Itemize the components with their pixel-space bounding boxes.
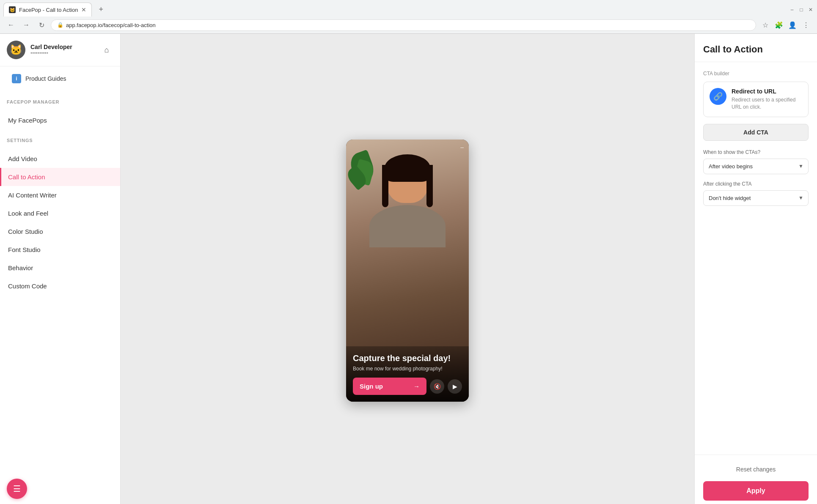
close-window-button[interactable]: ✕: [808, 7, 814, 13]
user-subtitle: ••••••••••: [30, 50, 72, 56]
person-head-area: [386, 156, 429, 203]
font-studio-label: Font Studio: [8, 246, 41, 253]
mute-icon: 🔇: [434, 383, 441, 390]
after-clicking-select[interactable]: Don't hide widget Hide widget Minimize w…: [703, 190, 809, 206]
fab-button[interactable]: ☰: [7, 479, 27, 499]
refresh-button[interactable]: ↻: [36, 19, 47, 31]
behavior-label: Behavior: [8, 264, 33, 271]
when-to-show-select[interactable]: After video begins Immediately After vid…: [703, 159, 809, 174]
when-to-show-label: When to show the CTAs?: [703, 149, 809, 155]
add-video-label: Add Video: [8, 155, 37, 162]
right-panel-footer: Reset changes Apply: [695, 455, 817, 504]
right-panel-body: CTA builder 🔗 Redirect to URL Redirect u…: [695, 62, 817, 455]
widget-subtitle: Book me now for wedding photography!: [353, 366, 462, 372]
when-to-show-group: When to show the CTAs? After video begin…: [703, 149, 809, 174]
info-icon: i: [12, 74, 21, 83]
when-to-show-select-wrapper: After video begins Immediately After vid…: [703, 159, 809, 174]
sidebar-header: 🐱 Carl Developer •••••••••• ⌂: [0, 34, 120, 66]
url-text: app.facepop.io/facecop/call-to-action: [66, 22, 156, 28]
person-shoulders: [369, 205, 446, 247]
ai-content-writer-label: AI Content Writer: [8, 192, 57, 199]
sidebar-item-behavior[interactable]: Behavior: [0, 259, 120, 277]
toolbar-actions: ☆ 🧩 👤 ⋮: [759, 19, 812, 31]
sidebar-item-my-facepops[interactable]: My FacePops: [0, 111, 120, 129]
cta-card-content: Redirect to URL Redirect users to a spec…: [732, 88, 802, 111]
user-name: Carl Developer: [30, 44, 72, 50]
sidebar-item-look-and-feel[interactable]: Look and Feel: [0, 204, 120, 222]
sidebar-section-settings: SETTINGS: [0, 129, 120, 150]
play-icon: ▶: [453, 383, 457, 390]
right-panel-title: Call to Action: [703, 44, 809, 55]
profile-button[interactable]: 👤: [787, 19, 798, 31]
widget-minimize-button[interactable]: –: [460, 144, 464, 151]
browser-toolbar: ← → ↻ 🔒 app.facepop.io/facecop/call-to-a…: [0, 16, 817, 33]
cta-card: 🔗 Redirect to URL Redirect users to a sp…: [703, 82, 809, 117]
app-container: 🐱 Carl Developer •••••••••• ⌂ i Product …: [0, 34, 817, 504]
avatar: 🐱: [7, 41, 25, 59]
plant-decoration: [349, 152, 375, 190]
sidebar-item-ai-content-writer[interactable]: AI Content Writer: [0, 186, 120, 204]
widget-cta-label: Sign up: [360, 383, 383, 390]
after-clicking-label: After clicking the CTA: [703, 181, 809, 187]
main-content: – Capture the special day! Book me now f…: [121, 34, 694, 504]
sidebar-scroll: i Product Guides FACEPOP MANAGER My Face…: [0, 66, 120, 504]
widget-controls: Sign up → 🔇 ▶: [353, 378, 462, 395]
widget-cta-button[interactable]: Sign up →: [353, 378, 426, 395]
sidebar-item-add-video[interactable]: Add Video: [0, 150, 120, 168]
address-bar[interactable]: 🔒 app.facepop.io/facecop/call-to-action: [51, 19, 756, 31]
add-cta-button[interactable]: Add CTA: [703, 124, 809, 141]
browser-chrome: 🐱 FacePop - Call to Action ✕ + – □ ✕ ← →…: [0, 0, 817, 34]
sidebar-item-custom-code[interactable]: Custom Code: [0, 277, 120, 295]
browser-tab[interactable]: 🐱 FacePop - Call to Action ✕: [3, 3, 92, 16]
call-to-action-label: Call to Action: [8, 173, 45, 181]
sidebar-section-facepop: FACEPOP MANAGER: [0, 91, 120, 111]
cta-builder-label: CTA builder: [703, 71, 809, 77]
person-hair-left: [382, 165, 388, 207]
tab-label: FacePop - Call to Action: [19, 7, 78, 13]
menu-button[interactable]: ⋮: [800, 19, 812, 31]
sidebar-item-call-to-action[interactable]: Call to Action: [0, 168, 120, 186]
minimize-window-button[interactable]: –: [789, 7, 795, 13]
look-and-feel-label: Look and Feel: [8, 210, 48, 217]
custom-code-label: Custom Code: [8, 282, 47, 290]
widget-bottom-overlay: Capture the special day! Book me now for…: [346, 346, 469, 402]
browser-titlebar: 🐱 FacePop - Call to Action ✕ + – □ ✕: [0, 0, 817, 16]
maximize-window-button[interactable]: □: [798, 7, 804, 13]
new-tab-button[interactable]: +: [95, 3, 107, 16]
settings-section-label: SETTINGS: [7, 138, 113, 143]
product-guides-label: Product Guides: [25, 75, 66, 82]
sidebar-item-font-studio[interactable]: Font Studio: [0, 241, 120, 259]
lock-icon: 🔒: [57, 22, 63, 28]
person-hair-right: [426, 165, 433, 207]
tab-close-button[interactable]: ✕: [81, 6, 86, 13]
cta-card-title: Redirect to URL: [732, 88, 802, 95]
extensions-button[interactable]: 🧩: [773, 19, 785, 31]
widget-mute-button[interactable]: 🔇: [430, 379, 444, 394]
widget-cta-arrow-icon: →: [413, 383, 420, 390]
cta-card-description: Redirect users to a specified URL on cli…: [732, 96, 802, 111]
sidebar-item-color-studio[interactable]: Color Studio: [0, 222, 120, 241]
home-button[interactable]: ⌂: [100, 43, 113, 57]
my-facepops-label: My FacePops: [8, 117, 47, 124]
widget-title: Capture the special day!: [353, 353, 462, 363]
right-panel-header: Call to Action: [695, 34, 817, 62]
sidebar: 🐱 Carl Developer •••••••••• ⌂ i Product …: [0, 34, 121, 504]
color-studio-label: Color Studio: [8, 228, 43, 235]
person-hair-top: [385, 154, 430, 182]
user-info: Carl Developer ••••••••••: [30, 44, 72, 56]
after-clicking-group: After clicking the CTA Don't hide widget…: [703, 181, 809, 206]
tab-favicon: 🐱: [9, 6, 16, 13]
after-clicking-select-wrapper: Don't hide widget Hide widget Minimize w…: [703, 190, 809, 206]
menu-icon: ☰: [13, 484, 21, 494]
apply-button[interactable]: Apply: [703, 481, 809, 501]
facepop-section-label: FACEPOP MANAGER: [7, 99, 113, 104]
reset-changes-button[interactable]: Reset changes: [703, 462, 809, 477]
widget-play-button[interactable]: ▶: [448, 379, 462, 394]
widget-preview: – Capture the special day! Book me now f…: [346, 140, 469, 402]
back-button[interactable]: ←: [5, 19, 17, 31]
right-panel: Call to Action CTA builder 🔗 Redirect to…: [694, 34, 817, 504]
forward-button[interactable]: →: [20, 19, 32, 31]
sidebar-item-product-guides[interactable]: i Product Guides: [5, 70, 115, 88]
bookmark-star-button[interactable]: ☆: [759, 19, 771, 31]
redirect-url-icon: 🔗: [710, 88, 726, 105]
